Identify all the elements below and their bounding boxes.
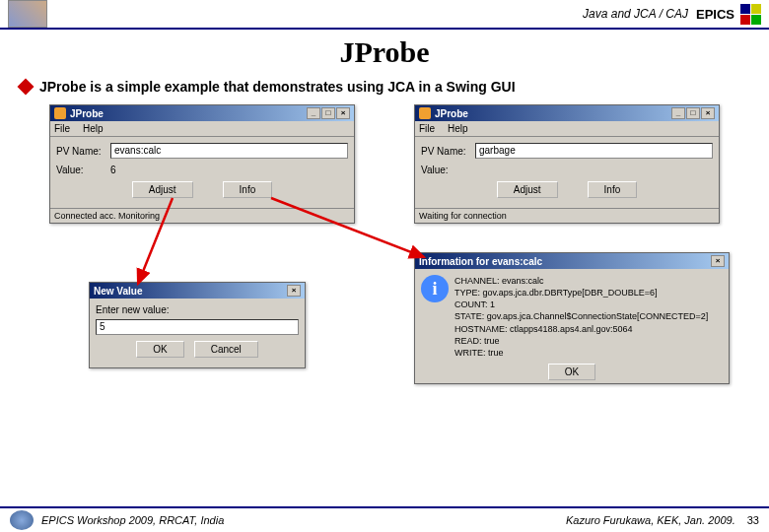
menubar: File Help [415,121,719,137]
info-line: COUNT: 1 [454,299,708,310]
dialog-title: New Value [94,286,142,297]
status-bar: Waiting for connection [415,208,719,223]
slide-header: Java and JCA / CAJ EPICS [0,0,769,30]
epics-logo-squares [740,4,761,25]
info-text: CHANNEL: evans:calc TYPE: gov.aps.jca.db… [454,275,708,359]
info-icon: i [421,275,449,302]
jprobe-window-2: JProbe _ □ × File Help PV Name: garbage … [414,104,720,224]
titlebar: JProbe _ □ × [415,105,719,121]
close-button[interactable]: × [336,107,350,119]
info-line: CHANNEL: evans:calc [454,275,708,287]
status-bar: Connected acc. Monitoring [50,208,354,223]
information-dialog: Information for evans:calc × i CHANNEL: … [414,252,730,384]
menu-file[interactable]: File [54,123,70,134]
menu-help[interactable]: Help [83,123,104,134]
minimize-button[interactable]: _ [307,107,320,119]
slide-footer: EPICS Workshop 2009, RRCAT, India Kazuro… [0,506,769,532]
bullet-text: JProbe is a simple example that demonstr… [39,79,516,95]
footer-right: Kazuro Furukawa, KEK, Jan. 2009. [566,514,735,526]
jprobe-window-1: JProbe _ □ × File Help PV Name: evans:ca… [49,104,355,224]
bullet-item: JProbe is a simple example that demonstr… [0,79,769,95]
ok-button[interactable]: OK [136,341,183,358]
info-line: TYPE: gov.aps.jca.dbr.DBRType[DBR_DOUBLE… [454,287,708,299]
header-logo [8,0,47,28]
pvname-input[interactable]: garbage [475,143,713,159]
new-value-dialog: New Value × Enter new value: 5 OK Cancel [89,282,306,368]
titlebar: Information for evans:calc × [415,253,729,269]
new-value-input[interactable]: 5 [96,319,299,335]
bullet-icon [18,79,35,96]
pvname-label: PV Name: [56,146,110,157]
info-line: WRITE: true [454,347,708,359]
maximize-button[interactable]: □ [321,107,335,119]
breadcrumb: Java and JCA / CAJ [583,7,688,21]
dialog-title: Information for evans:calc [419,256,542,267]
menu-help[interactable]: Help [448,123,468,134]
pvname-label: PV Name: [421,146,475,157]
close-button[interactable]: × [701,107,715,119]
window-title: JProbe [70,108,104,119]
minimize-button[interactable]: _ [671,107,685,119]
adjust-button[interactable]: Adjust [132,181,193,198]
info-button[interactable]: Info [223,181,273,198]
menubar: File Help [50,121,354,137]
footer-logo [10,510,34,530]
app-icon [54,107,66,119]
slide-title: JProbe [0,35,769,69]
epics-label: EPICS [696,7,734,22]
window-title: JProbe [435,108,468,119]
menu-file[interactable]: File [419,123,435,134]
value-label: Value: [421,165,475,175]
close-button[interactable]: × [287,285,301,297]
info-button[interactable]: Info [588,181,638,198]
info-line: STATE: gov.aps.jca.Channel$ConnectionSta… [454,310,708,322]
titlebar: JProbe _ □ × [50,105,354,121]
adjust-button[interactable]: Adjust [497,181,558,198]
value-label: Value: [56,165,110,175]
cancel-button[interactable]: Cancel [194,341,258,358]
value-display: 6 [110,165,116,175]
screenshot-canvas: JProbe _ □ × File Help PV Name: evans:ca… [0,104,769,459]
maximize-button[interactable]: □ [686,107,700,119]
ok-button[interactable]: OK [548,364,595,380]
page-number: 33 [747,514,759,526]
titlebar: New Value × [90,283,305,299]
info-line: READ: true [454,335,708,347]
app-icon [419,107,431,119]
info-line: HOSTNAME: ctlapps4188.aps4.anl.gov:5064 [454,323,708,335]
prompt-label: Enter new value: [96,304,299,315]
close-button[interactable]: × [711,255,725,267]
footer-left: EPICS Workshop 2009, RRCAT, India [41,514,224,526]
pvname-input[interactable]: evans:calc [110,143,348,159]
